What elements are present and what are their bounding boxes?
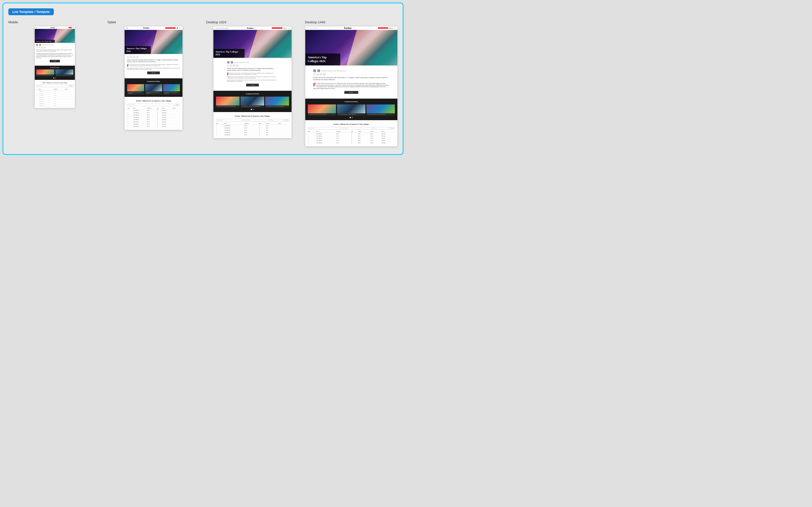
d1440-email-icon[interactable]: ✉	[323, 73, 325, 75]
d1440-facebook-icon[interactable]: f	[313, 73, 316, 75]
featured-card-img-d1	[216, 97, 240, 105]
d1024-facebook-icon[interactable]: f	[227, 64, 230, 67]
d1440-signin[interactable]: Sign In	[389, 27, 393, 29]
d1024-linkedin-icon[interactable]: in	[233, 64, 236, 67]
tablet-col-rank: Rank	[127, 107, 133, 110]
d1024-featured-title: Featured Articles	[216, 93, 289, 95]
col-networth: Net Worth	[54, 88, 65, 91]
d1024-industry-select[interactable]: Industry	[269, 119, 284, 121]
tablet-facebook-icon[interactable]: f	[127, 56, 129, 58]
mobile-hero-title-box: America's Top Colleges 2024	[35, 40, 55, 43]
dot-1[interactable]	[53, 77, 54, 78]
tablet-article-body: f 𝕏 in ✉ Forbes' annual list showcases 5…	[124, 54, 183, 77]
tablet-linkedin-icon[interactable]: in	[133, 56, 135, 58]
featured-card-xl2[interactable]: Lorem ipsum dolor sit amet consectetur a…	[337, 104, 365, 116]
tablet-email-icon[interactable]: ✉	[136, 56, 138, 58]
featured-card-text-1: Lorem ipsum dolor sit amet consectetur a…	[36, 74, 54, 76]
table-row: 1Forbes Billionaire$17.5 B21Mexico	[216, 125, 289, 127]
mobile-facebook-icon[interactable]: f	[36, 47, 38, 48]
featured-card-t1[interactable]: Lorem ipsum dolor sit amet consectetur a…	[127, 84, 144, 95]
mobile-see-list-btn[interactable]: See List	[50, 60, 60, 62]
d1024-drop-cap: F	[227, 73, 230, 75]
mobile-social-icons: f 𝕏 in ✉	[36, 47, 73, 48]
d1024-signin[interactable]: Sign In	[283, 27, 287, 29]
d1440-subscribe-btn[interactable]: Subscribe Like a True Billionaire	[378, 27, 389, 29]
d1440-list-search[interactable]: Search this list	[308, 127, 340, 129]
d1440-country-select[interactable]: Country/Territory	[340, 127, 372, 129]
featured-card-img-t2	[145, 84, 162, 91]
d1024-search-icon[interactable]: 🔍	[288, 27, 290, 29]
featured-card-xl3[interactable]: Lorem ipsum dolor sit amet consectetur a…	[366, 104, 395, 116]
d1024-see-list-btn[interactable]: See List	[246, 83, 259, 87]
tablet-menu-icon[interactable]: ☰	[126, 27, 128, 29]
tablet-user-icon[interactable]: 👤	[176, 27, 178, 29]
mobile-search-icon[interactable]: 🔍	[72, 27, 74, 29]
d1440-dot-2[interactable]	[352, 117, 353, 118]
tablet-featured-section: Featured Articles Lorem ipsum dolor sit …	[124, 78, 183, 97]
table-row: 5Forbes Billionaire$17.5 B21MexicoTeleco…	[308, 142, 395, 144]
tablet-see-list-btn[interactable]: See List	[147, 71, 160, 74]
mobile-list-table: # Name Net Worth Source 1Forbes Billiona…	[36, 88, 73, 107]
tablet-subscribe-btn[interactable]: Subscribe Like a True Billionaire	[165, 27, 176, 29]
drop-cap: F	[127, 64, 129, 67]
col-name: Name	[39, 88, 54, 91]
tablet-nav: ☰ Forbes Subscribe Like a True Billionai…	[124, 26, 183, 30]
d1440-list-filter[interactable]: Filters	[390, 127, 395, 129]
featured-card-d1[interactable]: Lorem ipsum dolor sit amet consectetur a…	[216, 97, 240, 108]
featured-card-1[interactable]: Lorem ipsum dolor sit amet consectetur a…	[36, 69, 54, 76]
d1024-article-deck: Forbes' annual list showcases 500 of the…	[227, 68, 278, 71]
d1024-subscribe-btn[interactable]: Subscribe Like a True Billionaire	[272, 27, 283, 29]
d1024-featured-section: Featured Articles Lorem ipsum dolor sit …	[213, 91, 292, 112]
desktop1024-device-frame: Subscribe to Newsletter Forbes Subscribe…	[213, 26, 292, 138]
mobile-menu-icon[interactable]: ☰	[36, 27, 37, 29]
d1024-twitter-icon[interactable]: 𝕏	[230, 64, 233, 67]
dot-2[interactable]	[55, 77, 56, 78]
d1024-list-section: Forbes' Official List of America's Top C…	[213, 113, 292, 138]
mobile-list-search[interactable]: Search this list	[36, 85, 68, 87]
d1440-see-list-btn[interactable]: See List	[344, 91, 358, 94]
d1440-search-icon[interactable]: 🔍	[394, 27, 395, 29]
d1024-subscribe-link[interactable]: Subscribe to Newsletter	[215, 27, 229, 29]
d1440-subscribe-link[interactable]: Subscribe to Newsletter	[307, 27, 318, 29]
tablet-list-filter[interactable]: Filters	[175, 104, 180, 106]
featured-card-d2[interactable]: Lorem ipsum dolor sit amet consectetur a…	[241, 97, 264, 108]
featured-card-img-1	[36, 69, 54, 74]
mobile-list-filter[interactable]: Filters	[69, 85, 73, 87]
d1440-twitter-icon[interactable]: 𝕏	[316, 73, 319, 75]
d1024-email-icon[interactable]: ✉	[236, 64, 239, 67]
tablet-nav-right: Subscribe Like a True Billionaire 👤 🔍	[165, 27, 181, 29]
desktop1440-preview: Desktop 1440 Subscribe to Newsletter For…	[305, 20, 398, 147]
d1440-hero-title-box: America's Top Colleges 2024	[305, 54, 340, 65]
featured-card-img-t1	[127, 84, 144, 91]
mobile-table-body: 1Forbes Billionaire$17.5 B 2Forbes Billi…	[36, 90, 73, 107]
d1024-list-search[interactable]: Search this list	[216, 119, 242, 121]
mobile-email-icon[interactable]: ✉	[44, 47, 45, 48]
d1440-industry-select[interactable]: Industry	[372, 127, 390, 129]
d1440-dot-1[interactable]	[350, 117, 351, 118]
d1440-linkedin-icon[interactable]: in	[320, 73, 322, 75]
tablet-list-search[interactable]: Search this list	[127, 104, 174, 106]
featured-card-t2[interactable]: Lorem ipsum dolor sit amet consectetur a…	[145, 84, 162, 95]
table-row: 2Forbes Billionaire$17.5 B21United State…	[127, 112, 180, 114]
d1440-article-center: Forbes By Lorem ipsum, June 30, and Rich…	[313, 69, 389, 94]
d1024-dot-2[interactable]	[253, 109, 254, 110]
featured-card-t3[interactable]: Lorem ipsum dolor sit amet consectetur a…	[163, 84, 180, 95]
d1024-list-filter[interactable]: Filters	[284, 119, 289, 121]
d1024-dot-1[interactable]	[251, 109, 252, 110]
featured-card-d3[interactable]: Lorem ipsum dolor sit amet consectetur a…	[265, 97, 289, 108]
featured-card-xl1[interactable]: Lorem ipsum dolor sit amet consectetur a…	[308, 104, 336, 116]
d1024-col-name: Name	[224, 122, 244, 125]
tablet-search-icon[interactable]: 🔍	[179, 27, 181, 29]
table-row: 5Forbes Billionaire$17.5 B21United State…	[127, 118, 180, 121]
d1024-country-select[interactable]: Country/Territory	[243, 119, 269, 121]
mobile-linkedin-icon[interactable]: in	[41, 47, 43, 48]
mobile-subscribe-btn[interactable]: Subscribe	[68, 27, 72, 28]
featured-card-2[interactable]: Lorem ipsum dolor sit amet consectetur a…	[55, 69, 73, 76]
mobile-twitter-icon[interactable]: 𝕏	[39, 47, 40, 48]
mobile-author-avatar	[36, 44, 38, 46]
d1440-hero-art	[347, 30, 397, 65]
featured-card-text-d1: Lorem ipsum dolor sit amet consectetur a…	[216, 105, 240, 108]
table-header-row: # Name Net Worth Source	[36, 88, 73, 91]
d1024-col-source: Source	[278, 122, 289, 125]
tablet-twitter-icon[interactable]: 𝕏	[130, 56, 132, 58]
